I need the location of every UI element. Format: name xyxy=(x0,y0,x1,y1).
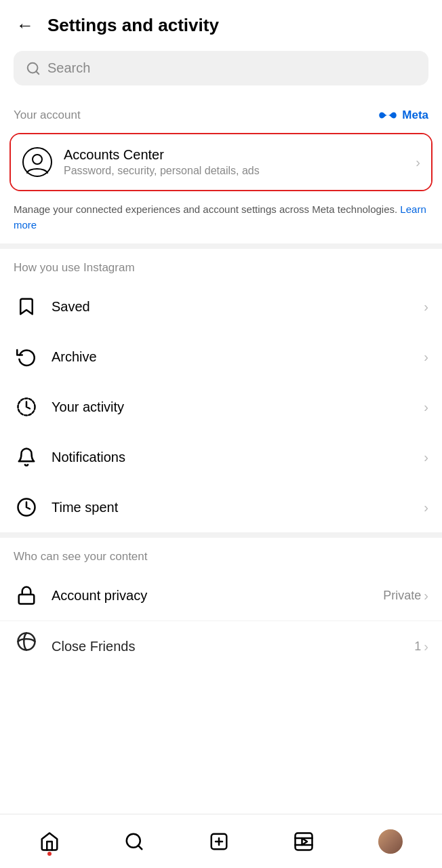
search-icon xyxy=(26,61,41,76)
accounts-center-icon xyxy=(22,146,53,178)
home-nav-dot xyxy=(47,852,52,856)
svg-rect-6 xyxy=(19,595,35,604)
accounts-center-subtitle: Password, security, personal details, ad… xyxy=(64,165,405,177)
search-placeholder: Search xyxy=(47,60,90,76)
your-activity-chevron: › xyxy=(424,399,428,415)
svg-line-9 xyxy=(138,845,142,848)
meta-logo: Meta xyxy=(377,108,428,122)
account-privacy-icon xyxy=(14,583,39,608)
reels-icon xyxy=(294,831,314,852)
account-privacy-value: Private xyxy=(383,589,421,603)
notifications-label: Notifications xyxy=(52,450,411,465)
svg-point-3 xyxy=(33,155,42,164)
nav-item-create[interactable] xyxy=(198,825,240,859)
your-activity-label: Your activity xyxy=(52,399,411,415)
close-friends-label: Close Friends xyxy=(52,639,402,654)
account-privacy-label: Account privacy xyxy=(52,588,371,604)
svg-line-1 xyxy=(36,71,39,74)
menu-item-saved[interactable]: Saved › xyxy=(0,281,442,332)
saved-chevron: › xyxy=(424,299,428,315)
header: ← Settings and activity xyxy=(0,0,442,51)
your-account-section-header: Your account Meta xyxy=(0,99,442,129)
section-divider-2 xyxy=(0,532,442,538)
close-friends-value: 1 xyxy=(414,639,421,654)
time-spent-icon xyxy=(14,494,39,520)
time-spent-right: › xyxy=(424,500,428,515)
section-divider-1 xyxy=(0,243,442,249)
close-friends-chevron: › xyxy=(424,639,428,654)
menu-item-your-activity[interactable]: Your activity › xyxy=(0,382,442,432)
archive-icon xyxy=(14,344,39,370)
notifications-right: › xyxy=(424,450,428,465)
time-spent-chevron: › xyxy=(424,500,428,515)
svg-marker-14 xyxy=(302,838,308,845)
who-can-see-section-heading: Who can see your content xyxy=(0,538,442,570)
profile-avatar xyxy=(378,829,403,854)
notifications-chevron: › xyxy=(424,450,428,465)
menu-item-notifications[interactable]: Notifications › xyxy=(0,432,442,482)
nav-item-reels[interactable] xyxy=(283,825,325,859)
account-privacy-right: Private › xyxy=(383,588,428,604)
accounts-center-title: Accounts Center xyxy=(64,147,405,163)
saved-right: › xyxy=(424,299,428,315)
accounts-center-wrapper: Accounts Center Password, security, pers… xyxy=(9,133,433,191)
saved-icon xyxy=(14,294,39,319)
close-friends-right: 1 › xyxy=(414,639,428,654)
menu-item-time-spent[interactable]: Time spent › xyxy=(0,482,442,532)
notifications-icon xyxy=(14,444,39,470)
avatar-image xyxy=(378,829,403,854)
archive-label: Archive xyxy=(52,349,411,365)
nav-item-profile[interactable] xyxy=(367,823,414,861)
your-activity-icon xyxy=(14,394,39,420)
your-activity-right: › xyxy=(424,399,428,415)
meta-label: Meta xyxy=(402,108,428,122)
your-account-label: Your account xyxy=(14,108,81,122)
nav-item-search[interactable] xyxy=(113,825,155,859)
close-friends-icon xyxy=(14,629,39,654)
accounts-center-chevron: › xyxy=(416,155,420,170)
archive-right: › xyxy=(424,349,428,365)
page-title: Settings and activity xyxy=(47,15,219,36)
archive-chevron: › xyxy=(424,349,428,365)
how-you-use-section-heading: How you use Instagram xyxy=(0,249,442,281)
accounts-center-item[interactable]: Accounts Center Password, security, pers… xyxy=(11,134,431,190)
search-bar[interactable]: Search xyxy=(14,51,428,85)
svg-point-7 xyxy=(18,633,35,650)
bottom-nav xyxy=(0,814,442,868)
menu-item-archive[interactable]: Archive › xyxy=(0,332,442,382)
accounts-center-text: Accounts Center Password, security, pers… xyxy=(64,147,405,177)
menu-item-account-privacy[interactable]: Account privacy Private › xyxy=(0,570,442,620)
home-icon xyxy=(39,831,60,852)
time-spent-label: Time spent xyxy=(52,500,411,515)
search-nav-icon xyxy=(124,831,144,852)
back-button[interactable]: ← xyxy=(14,12,37,39)
accounts-center-description: Manage your connected experiences and ac… xyxy=(0,195,442,243)
menu-item-close-friends[interactable]: Close Friends 1 › xyxy=(0,620,442,660)
account-privacy-chevron: › xyxy=(424,588,428,604)
svg-rect-13 xyxy=(296,833,313,850)
create-icon xyxy=(209,831,229,852)
nav-item-home[interactable] xyxy=(28,825,71,859)
saved-label: Saved xyxy=(52,299,411,315)
